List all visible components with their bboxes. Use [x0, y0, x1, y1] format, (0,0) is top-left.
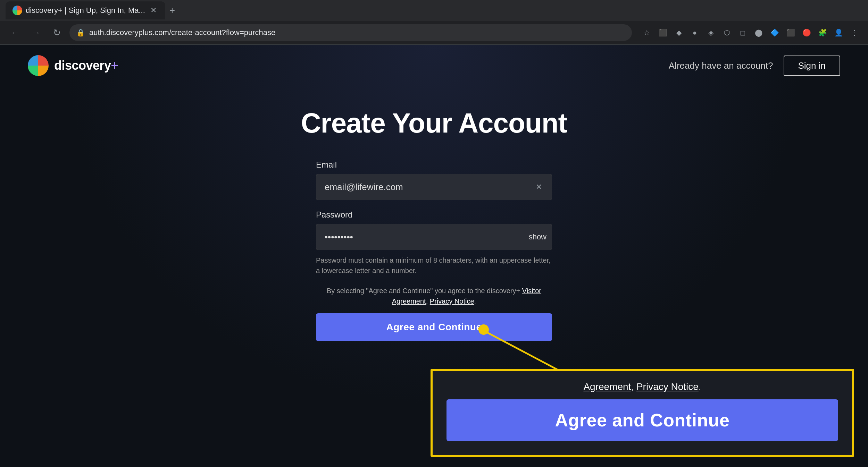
tab-bar: discovery+ | Sign Up, Sign In, Ma... ✕ +: [0, 0, 868, 21]
ext-icon-3[interactable]: ●: [688, 26, 701, 39]
menu-icon[interactable]: ⋮: [848, 26, 861, 39]
sign-in-button[interactable]: Sign in: [784, 56, 841, 76]
callout-privacy-link[interactable]: Privacy Notice: [636, 381, 699, 392]
profile-icon[interactable]: 👤: [832, 26, 845, 39]
url-text: auth.discoveryplus.com/create-account?fl…: [89, 28, 625, 37]
site-header: discovery+ Already have an account? Sign…: [0, 45, 868, 86]
password-input[interactable]: [316, 224, 552, 250]
reload-button[interactable]: ↻: [49, 24, 65, 41]
callout-agree-continue-button[interactable]: Agree and Continue: [446, 399, 838, 441]
ext-icon-4[interactable]: ◈: [704, 26, 717, 39]
forward-button[interactable]: →: [28, 24, 44, 41]
terms-prefix: By selecting "Agree and Continue" you ag…: [327, 287, 520, 295]
terms-suffix: .: [474, 297, 476, 305]
logo-area: discovery+: [28, 55, 118, 76]
ext-icon-9[interactable]: ⬛: [784, 26, 797, 39]
page-background: discovery+ Already have an account? Sign…: [0, 45, 868, 467]
email-input-wrapper: ✕: [316, 174, 552, 200]
privacy-notice-link[interactable]: Privacy Notice: [430, 297, 474, 305]
agree-continue-button[interactable]: Agree and Continue: [316, 313, 552, 341]
email-label: Email: [316, 160, 552, 170]
ext-icon-6[interactable]: ◻: [736, 26, 749, 39]
address-bar[interactable]: 🔒 auth.discoveryplus.com/create-account?…: [69, 24, 632, 41]
ext-icon-5[interactable]: ⬡: [720, 26, 733, 39]
clear-icon: ✕: [536, 182, 542, 192]
form-container: Email ✕ Password show Password must cont…: [316, 160, 552, 341]
header-right: Already have an account? Sign in: [669, 56, 840, 76]
password-input-wrapper: show: [316, 224, 552, 250]
logo-icon: [28, 55, 49, 76]
tab-title: discovery+ | Sign Up, Sign In, Ma...: [26, 6, 145, 15]
terms-text: By selecting "Agree and Continue" you ag…: [316, 286, 552, 306]
active-tab[interactable]: discovery+ | Sign Up, Sign In, Ma... ✕: [6, 1, 165, 19]
callout-agreement-link[interactable]: Agreement: [583, 381, 631, 392]
callout-box: Agreement, Privacy Notice. Agree and Con…: [431, 369, 854, 457]
tab-favicon: [12, 6, 22, 15]
ext-icon-puzzle[interactable]: 🧩: [816, 26, 829, 39]
browser-extensions: ☆ ⬛ ◆ ● ◈ ⬡ ◻ ⬤ 🔷 ⬛ 🔴 🧩 👤 ⋮: [640, 26, 861, 39]
lock-icon: 🔒: [76, 28, 85, 37]
nav-bar: ← → ↻ 🔒 auth.discoveryplus.com/create-ac…: [0, 21, 868, 44]
page-title: Create Your Account: [301, 107, 567, 139]
email-input[interactable]: [316, 174, 552, 200]
logo-text: discovery+: [54, 58, 118, 73]
terms-connector: ,: [426, 297, 430, 305]
callout-terms-text: Agreement, Privacy Notice.: [446, 381, 838, 392]
already-account-text: Already have an account?: [669, 60, 773, 71]
ext-icon-8[interactable]: 🔷: [768, 26, 781, 39]
back-button[interactable]: ←: [7, 24, 24, 41]
bookmark-icon[interactable]: ☆: [640, 26, 653, 39]
ext-icon-7[interactable]: ⬤: [752, 26, 765, 39]
ext-icon-2[interactable]: ◆: [672, 26, 685, 39]
password-label: Password: [316, 210, 552, 220]
browser-chrome: discovery+ | Sign Up, Sign In, Ma... ✕ +…: [0, 0, 868, 45]
tab-close-icon[interactable]: ✕: [149, 6, 158, 15]
new-tab-button[interactable]: +: [169, 5, 175, 16]
main-content: Create Your Account Email ✕ Password sho…: [0, 86, 868, 341]
clear-email-button[interactable]: ✕: [531, 179, 546, 195]
password-hint: Password must contain a minimum of 8 cha…: [316, 255, 552, 276]
ext-icon-1[interactable]: ⬛: [656, 26, 669, 39]
ext-icon-10[interactable]: 🔴: [800, 26, 813, 39]
show-password-button[interactable]: show: [529, 232, 546, 241]
